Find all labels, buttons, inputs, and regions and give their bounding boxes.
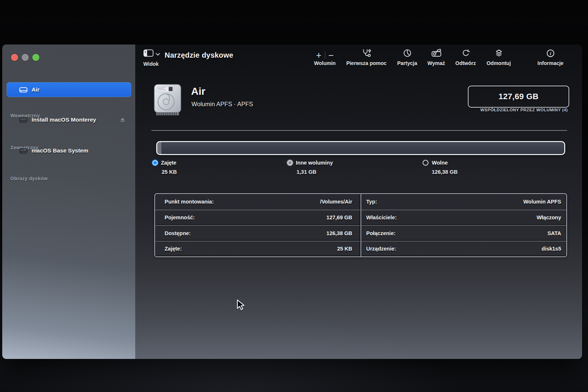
details-table: Punkt montowania: /Volumes/Air Pojemność…	[154, 193, 567, 257]
photo-of-screen: Wewnętrzny Air Zewnętrzny	[0, 0, 588, 392]
internal-drive-icon	[19, 87, 28, 93]
chevron-down-icon	[156, 51, 160, 57]
add-volume-icon[interactable]: +	[316, 51, 322, 59]
usage-segment-other-volumes	[157, 142, 162, 154]
app-title: Narzędzie dyskowe	[165, 51, 233, 60]
view-menu-label: Widok	[143, 61, 165, 67]
divider	[325, 51, 325, 59]
usage-bar	[156, 141, 565, 155]
table-row: Typ: Wolumin APFS	[361, 194, 567, 210]
volume-subtitle: Wolumin APFS · APFS	[191, 101, 253, 108]
svg-text:i: i	[550, 51, 551, 56]
restore-button[interactable]: Odtwórz	[452, 49, 479, 66]
sidebar-item-label: Air	[32, 86, 40, 93]
external-drive-icon	[19, 117, 28, 123]
details-column-right: Typ: Wolumin APFS Właściciele: Włączony …	[361, 194, 567, 256]
table-row: Urządzenie: disk1s5	[361, 241, 567, 257]
details-column-left: Punkt montowania: /Volumes/Air Pojemność…	[155, 194, 361, 256]
stethoscope-icon	[362, 48, 371, 59]
info-icon: i	[546, 49, 555, 59]
sidebar-toggle-icon	[143, 49, 154, 58]
table-row: Dostępne: 126,38 GB	[155, 225, 361, 241]
sidebar-item-air[interactable]: Air	[7, 82, 131, 97]
close-button[interactable]	[11, 54, 18, 61]
other-volumes-dot-icon	[287, 160, 293, 165]
legend-other-volumes: Inne woluminy 1,31 GB	[287, 160, 333, 175]
sidebar-item-label: macOS Base System	[32, 147, 88, 154]
volume-button[interactable]: + − Wolumin	[307, 49, 343, 66]
sidebar-item-macos-base-system[interactable]: macOS Base System	[7, 143, 131, 158]
main-pane: Widok Narzędzie dyskowe + − Wolumin	[135, 44, 582, 359]
erase-drive-icon	[431, 49, 441, 59]
info-button[interactable]: i Informacje	[534, 49, 567, 66]
minimize-button[interactable]	[22, 54, 29, 61]
sidebar-item-label: Install macOS Monterey	[32, 116, 96, 123]
sidebar: Wewnętrzny Air Zewnętrzny	[2, 44, 135, 359]
sidebar-section-disk-images: Obrazy dysków	[10, 176, 48, 181]
table-row: Punkt montowania: /Volumes/Air	[155, 194, 361, 210]
used-dot-icon	[153, 160, 158, 165]
legend-used: Zajęte 25 KB	[153, 160, 177, 175]
unmount-button[interactable]: Odmontuj	[483, 49, 514, 66]
divider	[151, 130, 567, 131]
erase-button[interactable]: Wymaż	[424, 49, 448, 66]
free-dot-icon	[423, 160, 429, 166]
remove-volume-icon[interactable]: −	[329, 51, 334, 59]
unmount-stack-icon	[495, 49, 503, 59]
disk-utility-window: Wewnętrzny Air Zewnętrzny	[2, 44, 582, 359]
pie-chart-icon	[403, 49, 412, 59]
table-row: Pojemność: 127,69 GB	[155, 210, 361, 226]
first-aid-button[interactable]: Pierwsza pomoc	[342, 49, 391, 66]
restore-arrow-icon	[462, 49, 470, 59]
eject-icon[interactable]	[120, 117, 125, 122]
capacity-box: 127,69 GB	[468, 86, 569, 108]
table-row: Właściciele: Włączony	[361, 210, 567, 226]
shared-volumes-note: WSPÓŁDZIELONY PRZEZ WOLUMINY (4)	[480, 108, 568, 112]
hard-disk-icon	[154, 84, 182, 118]
table-row: Połączenie: SATA	[361, 225, 567, 241]
zoom-button[interactable]	[32, 54, 39, 61]
legend-free: Wolne 126,38 GB	[423, 160, 458, 175]
volume-name: Air	[191, 86, 205, 97]
window-controls	[11, 54, 39, 61]
partition-button[interactable]: Partycja	[392, 49, 422, 66]
disk-image-icon	[19, 148, 28, 154]
sidebar-item-install-macos-monterey[interactable]: Install macOS Monterey	[7, 112, 131, 127]
view-menu-button[interactable]: Widok	[143, 49, 165, 67]
table-row: Zajęte: 25 KB	[155, 241, 361, 257]
